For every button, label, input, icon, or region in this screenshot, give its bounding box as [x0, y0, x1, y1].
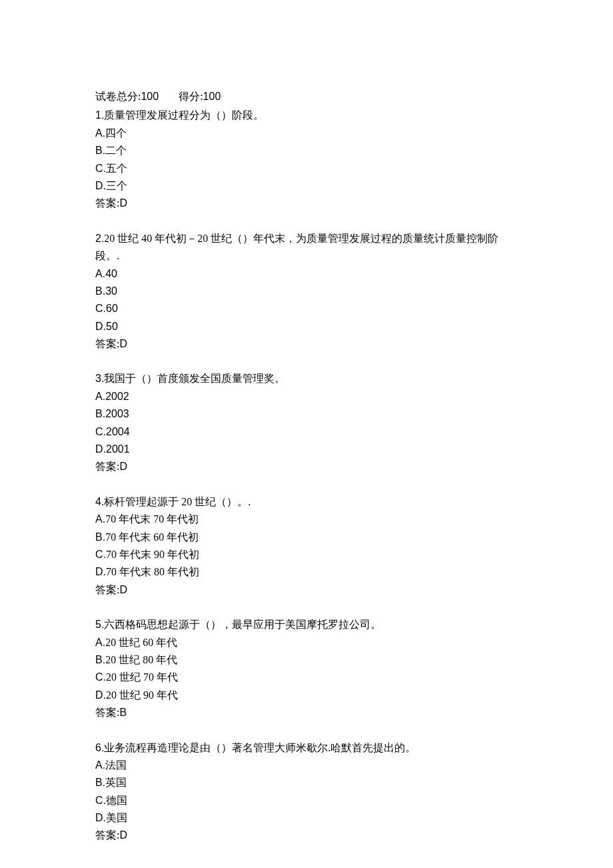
obtained-score-label: 得分: [179, 91, 203, 102]
question-6: 6.业务流程再造理论是由（）著名管理大师米歇尔.哈默首先提出的。 A.法国 B.… [95, 739, 520, 845]
option-c: C.70 年代末 90 年代初 [95, 546, 520, 563]
answer-line: 答案:D [95, 581, 520, 599]
obtained-score-value: 100 [203, 91, 221, 102]
option-d: D.美国 [95, 809, 520, 827]
option-c: C.20 世纪 70 年代 [95, 669, 520, 686]
option-b: B.30 [95, 283, 520, 300]
option-a: A.2002 [95, 388, 520, 405]
option-b: B.英国 [95, 774, 520, 791]
question-3: 3.我国于（）首度颁发全国质量管理奖。 A.2002 B.2003 C.2004… [95, 370, 520, 475]
option-a: A.四个 [95, 125, 520, 142]
question-1: 1.质量管理发展过程分为（）阶段。 A.四个 B.二个 C.五个 D.三个 答案… [95, 107, 520, 212]
score-header: 试卷总分:100得分:100 [95, 88, 520, 105]
option-b: B.70 年代末 60 年代初 [95, 529, 520, 546]
question-stem: 4.标杆管理起源于 20 世纪（）。. [95, 493, 520, 511]
question-stem: 1.质量管理发展过程分为（）阶段。 [95, 107, 520, 124]
option-d: D.70 年代末 80 年代初 [95, 563, 520, 581]
question-stem: 2.20 世纪 40 年代初－20 世纪（）年代末，为质量管理发展过程的质量统计… [95, 230, 520, 247]
question-stem: 6.业务流程再造理论是由（）著名管理大师米歇尔.哈默首先提出的。 [95, 739, 520, 757]
option-d: D.三个 [95, 177, 520, 195]
answer-line: 答案:D [95, 458, 520, 475]
answer-line: 答案:B [95, 704, 520, 721]
option-d: D.2001 [95, 441, 520, 458]
option-b: B.2003 [95, 405, 520, 423]
option-b: B.二个 [95, 142, 520, 159]
answer-line: 答案:D [95, 195, 520, 212]
option-d: D.20 世纪 90 年代 [95, 687, 520, 704]
option-c: C.2004 [95, 423, 520, 441]
option-a: A.40 [95, 265, 520, 283]
option-c: C.60 [95, 300, 520, 317]
option-c: C.德国 [95, 792, 520, 809]
answer-line: 答案:D [95, 827, 520, 844]
total-score-label: 试卷总分: [95, 91, 141, 102]
option-a: A.法国 [95, 757, 520, 774]
option-a: A.20 世纪 60 年代 [95, 634, 520, 651]
total-score-value: 100 [141, 91, 159, 102]
question-5: 5.六西格码思想起源于（），最早应用于美国摩托罗拉公司。 A.20 世纪 60 … [95, 616, 520, 721]
question-4: 4.标杆管理起源于 20 世纪（）。. A.70 年代末 70 年代初 B.70… [95, 493, 520, 599]
answer-line: 答案:D [95, 335, 520, 353]
option-a: A.70 年代末 70 年代初 [95, 511, 520, 528]
exam-page: 试卷总分:100得分:100 1.质量管理发展过程分为（）阶段。 A.四个 B.… [0, 0, 613, 868]
option-c: C.五个 [95, 160, 520, 177]
option-d: D.50 [95, 318, 520, 335]
question-2: 2.20 世纪 40 年代初－20 世纪（）年代末，为质量管理发展过程的质量统计… [95, 230, 520, 353]
option-b: B.20 世纪 80 年代 [95, 651, 520, 669]
question-stem: 3.我国于（）首度颁发全国质量管理奖。 [95, 370, 520, 387]
question-stem: 5.六西格码思想起源于（），最早应用于美国摩托罗拉公司。 [95, 616, 520, 633]
question-stem-cont: 段。. [95, 247, 520, 265]
